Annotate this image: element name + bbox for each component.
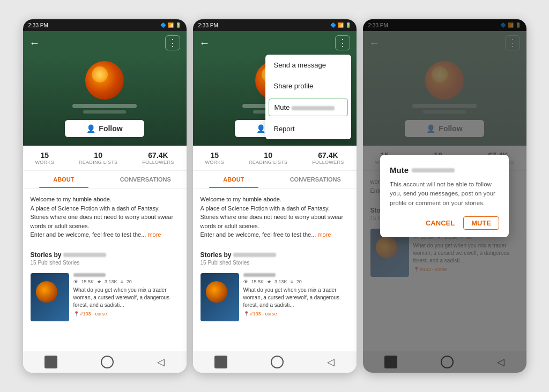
stat-followers-2: 67.4K FOLLOWERS [312, 151, 344, 165]
dropdown-mute[interactable]: Mute [269, 99, 348, 116]
dropdown-report[interactable]: Report [265, 118, 351, 139]
story-title-blur-2 [243, 273, 276, 277]
works-label-1: WORKS [35, 160, 54, 165]
thumb-overlay-1 [36, 281, 57, 303]
tab-about-2[interactable]: ABOUT [193, 171, 275, 188]
follow-icon-1: 👤 [86, 124, 95, 133]
follow-icon-2: 👤 [256, 124, 265, 133]
tab-conversations-2[interactable]: CONVERSATIONS [274, 171, 357, 188]
mute-dialog-3: Mute This account will not be able to fo… [380, 155, 509, 237]
more-button-2[interactable]: ⋮ [335, 35, 350, 50]
mute-dialog-title-3: Mute [390, 165, 499, 175]
works-number-2: 15 [205, 151, 224, 160]
story-info-1: 👁 15.5K ★ 3.13K ≡ 20 What do you get whe… [73, 273, 179, 321]
status-bar-1: 2:33 PM 🔷 📶 🔋 [23, 19, 187, 31]
signal-icon: 📶 [168, 22, 174, 28]
reading-label-1: READING LISTS [79, 160, 117, 165]
story-tag-1: 📍 #103 - curse [73, 311, 179, 316]
back-button-1[interactable]: ← [29, 37, 40, 49]
eye-icon-2: 👁 [243, 279, 248, 284]
reading-label-2: READING LISTS [249, 160, 287, 165]
author-name-blur-1 [63, 253, 106, 257]
nav-back-2[interactable]: ◁ [327, 356, 335, 368]
stat-followers-1: 67.4K FOLLOWERS [142, 151, 174, 165]
list-icon-2: ≡ [291, 279, 293, 284]
more-button-1[interactable]: ⋮ [165, 35, 180, 50]
list-icon-1: ≡ [121, 279, 123, 284]
followers-label-1: FOLLOWERS [142, 160, 174, 165]
status-bar-2: 2:33 PM 🔷 📶 🔋 [193, 19, 357, 31]
stories-title-1: Stories by [31, 251, 179, 259]
stories-count-2: 15 Published Stories [201, 260, 349, 266]
nav-back-1[interactable]: ◁ [157, 356, 165, 368]
profile-header-1: 👤 Follow [23, 55, 187, 146]
story-tag-2: 📍 #103 - curse [243, 311, 349, 316]
eye-icon-1: 👁 [73, 279, 78, 284]
story-info-2: 👁 15.5K ★ 3.13K ≡ 20 What do you get whe… [243, 273, 349, 321]
battery-icon-2: 🔋 [345, 22, 351, 28]
tabs-row-1: ABOUT CONVERSATIONS [23, 171, 187, 189]
mute-dialog-overlay-3: Mute This account will not be able to fo… [363, 19, 526, 373]
followers-number-2: 67.4K [312, 151, 344, 160]
status-icons-2: 🔷 📶 🔋 [330, 22, 351, 28]
nav-stop-1[interactable] [44, 356, 57, 368]
story-card-1[interactable]: 👁 15.5K ★ 3.13K ≡ 20 What do you get whe… [31, 270, 179, 325]
mute-user-name-blur [412, 168, 455, 172]
signal-icon-2: 📶 [338, 22, 344, 28]
mute-dialog-actions-3: CANCEL MUTE [390, 216, 499, 230]
reading-number-2: 10 [249, 151, 287, 160]
nav-home-1[interactable] [101, 356, 114, 368]
nav-stop-2[interactable] [214, 356, 227, 368]
subtitle-bar-1 [83, 110, 126, 114]
stats-row-1: 15 WORKS 10 READING LISTS 67.4K FOLLOWER… [23, 146, 187, 171]
back-button-2[interactable]: ← [199, 37, 210, 49]
mute-label-2: Mute [274, 103, 290, 111]
about-content-2: Welcome to my humble abode. A place of S… [193, 189, 357, 246]
time-1: 2:33 PM [28, 22, 48, 28]
reading-number-1: 10 [79, 151, 117, 160]
stats-row-2: 15 WORKS 10 READING LISTS 67.4K FOLLOWER… [193, 146, 357, 171]
battery-icon: 🔋 [175, 22, 181, 28]
time-2: 2:33 PM [198, 22, 218, 28]
star-icon-1: ★ [97, 279, 101, 284]
mute-name-blur [292, 106, 335, 110]
works-label-2: WORKS [205, 160, 224, 165]
stat-reading-1: 10 READING LISTS [79, 151, 117, 165]
follow-button-1[interactable]: 👤 Follow [65, 120, 144, 137]
pin-icon-2: 📍 [243, 311, 249, 316]
stories-section-1: Stories by 15 Published Stories 👁 15.5K … [23, 246, 187, 325]
story-thumb-1 [31, 273, 69, 321]
pin-icon-1: 📍 [73, 311, 79, 316]
stories-title-2: Stories by [201, 251, 349, 259]
bluetooth-icon-2: 🔷 [330, 22, 336, 28]
bottom-nav-2: ◁ [193, 351, 357, 373]
dropdown-share-profile[interactable]: Share profile [265, 76, 351, 96]
status-icons-1: 🔷 📶 🔋 [160, 22, 181, 28]
mute-confirm-button[interactable]: MUTE [463, 216, 499, 230]
mute-cancel-button[interactable]: CANCEL [426, 216, 455, 230]
story-thumb-2 [201, 273, 239, 321]
avatar-1 [85, 61, 124, 100]
story-desc-2: What do you get when you mix a trader wo… [243, 287, 349, 309]
stat-works-2: 15 WORKS [205, 151, 224, 165]
bluetooth-icon: 🔷 [160, 22, 166, 28]
works-number-1: 15 [35, 151, 54, 160]
story-card-2[interactable]: 👁 15.5K ★ 3.13K ≡ 20 What do you get whe… [201, 270, 349, 325]
story-meta-1: 👁 15.5K ★ 3.13K ≡ 20 [73, 279, 179, 284]
tab-conversations-1[interactable]: CONVERSATIONS [105, 171, 187, 188]
more-link-1[interactable]: more [147, 231, 161, 238]
avatar-glow-1 [92, 66, 108, 82]
nav-home-2[interactable] [271, 356, 284, 368]
stat-reading-2: 10 READING LISTS [249, 151, 287, 165]
star-icon-2: ★ [267, 279, 271, 284]
more-link-2[interactable]: more [317, 231, 331, 238]
tabs-row-2: ABOUT CONVERSATIONS [193, 171, 357, 189]
thumb-overlay-2 [206, 281, 227, 303]
story-meta-2: 👁 15.5K ★ 3.13K ≡ 20 [243, 279, 349, 284]
tab-about-1[interactable]: ABOUT [23, 171, 105, 188]
username-bar-1 [72, 104, 137, 108]
about-content-1: Welcome to my humble abode. A place of S… [23, 189, 187, 246]
followers-label-2: FOLLOWERS [312, 160, 344, 165]
dropdown-send-message[interactable]: Send a message [265, 55, 351, 76]
story-desc-1: What do you get when you mix a trader wo… [73, 287, 179, 309]
